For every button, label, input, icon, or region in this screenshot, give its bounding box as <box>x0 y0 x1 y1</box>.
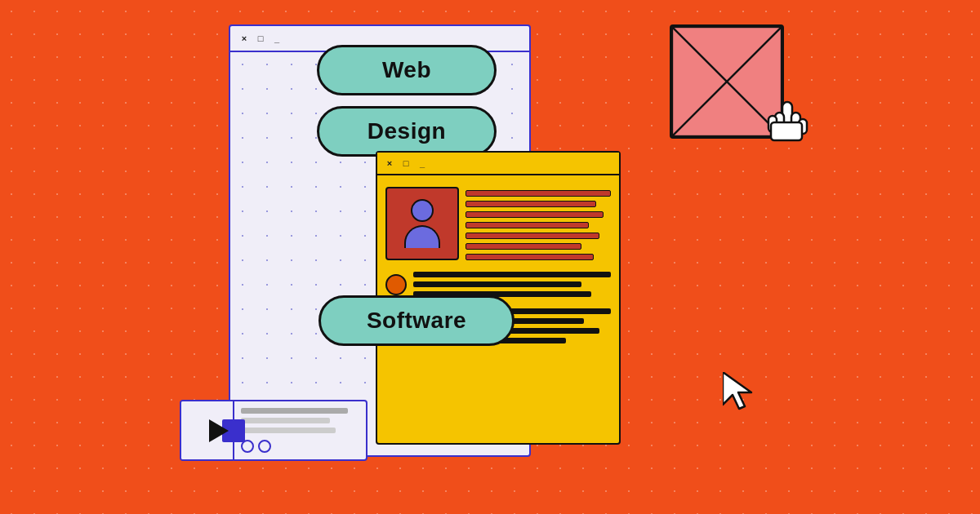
text-lines <box>466 187 611 260</box>
bottom-section <box>385 272 611 297</box>
text-line-6 <box>466 243 581 250</box>
video-line-2 <box>241 418 330 423</box>
text-line-4 <box>466 222 589 228</box>
text-line-1 <box>466 190 611 197</box>
text-line-2 <box>466 201 596 207</box>
circle-button <box>385 274 407 295</box>
svg-rect-9 <box>771 122 802 140</box>
pill-design-label: Design <box>368 118 446 144</box>
video-circle-2 <box>258 440 271 453</box>
text-line-3 <box>466 211 604 218</box>
minimize-icon: _ <box>271 33 283 44</box>
close-icon: × <box>238 33 250 44</box>
front-close-icon: × <box>384 157 395 169</box>
front-minimize-icon: _ <box>416 157 428 169</box>
video-line-1 <box>241 408 348 414</box>
avatar <box>404 199 440 248</box>
hand-cursor <box>764 98 808 157</box>
avatar-body <box>404 225 440 248</box>
video-info <box>234 401 366 459</box>
svg-marker-10 <box>723 372 751 409</box>
maximize-icon: □ <box>255 33 266 44</box>
pill-web-label: Web <box>382 57 431 83</box>
video-circles <box>241 440 359 453</box>
front-window-titlebar: × □ _ <box>377 153 619 175</box>
text-line-7 <box>466 254 594 260</box>
profile-section <box>385 187 611 260</box>
play-triangle <box>209 419 229 442</box>
video-thumbnail <box>181 401 234 459</box>
bottom-lines <box>413 272 611 297</box>
pill-web: Web <box>317 45 497 95</box>
video-card <box>180 400 368 461</box>
pill-software-label: Software <box>367 308 466 334</box>
avatar-box <box>385 187 459 260</box>
pill-software: Software <box>318 295 514 346</box>
avatar-head <box>411 199 434 222</box>
text-line-5 <box>466 233 599 239</box>
video-line-3 <box>241 428 336 433</box>
arrow-cursor <box>723 372 760 416</box>
pill-design: Design <box>317 106 497 157</box>
front-maximize-icon: □ <box>400 157 412 169</box>
